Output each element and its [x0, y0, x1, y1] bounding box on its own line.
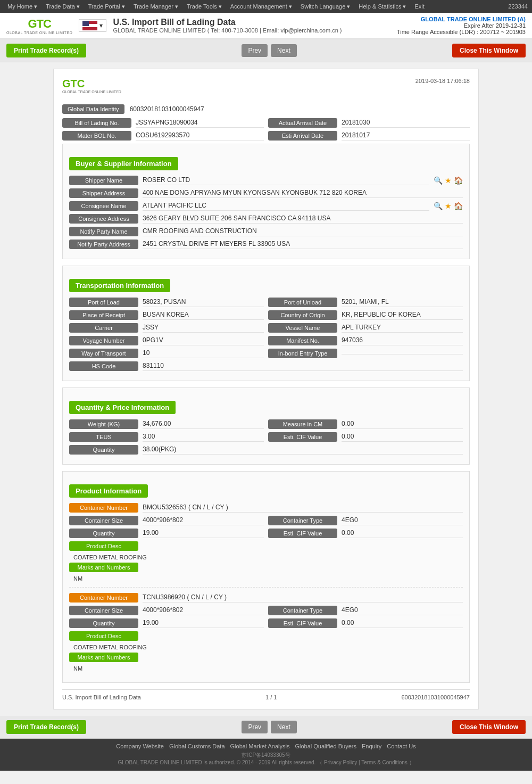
nav-trade-data[interactable]: Trade Data ▾	[43, 3, 83, 10]
bottom-close-button[interactable]: Close This Window	[452, 720, 526, 734]
footer-link-contact[interactable]: Contact Us	[387, 743, 415, 749]
bottom-toolbar-right: Close This Window	[452, 720, 526, 734]
carrier-value: JSSY	[143, 324, 264, 333]
shipper-address-value: 400 NAE DONG APRYANG MYUN KYONGSAN KYONG…	[143, 189, 463, 198]
transport-way-value: 10	[143, 349, 264, 358]
bottom-print-button[interactable]: Print Trade Record(s)	[6, 720, 86, 734]
country-origin-label: Country of Origin	[268, 310, 337, 320]
prev-button[interactable]: Prev	[242, 44, 268, 57]
footer-link-company[interactable]: Company Website	[116, 743, 164, 749]
shipper-address-label: Shipper Address	[69, 188, 138, 198]
weight-row: Weight (KG) 34,676.00 Measure in CM 0.00	[69, 419, 463, 429]
shipper-home-icon[interactable]: 🏠	[454, 176, 463, 185]
container-2-qty-row: Quantity 19.00 Esti. CIF Value 0.00	[69, 618, 463, 628]
teus-label: TEUS	[69, 432, 138, 442]
port-load-row: Port of Load 58023, PUSAN Port of Unload…	[69, 298, 463, 307]
bottom-toolbar-center: Prev Next	[242, 721, 296, 733]
consignee-star-icon[interactable]: ★	[445, 202, 452, 210]
bol-row: Bill of Lading No. JSSYAPNG18090034 Actu…	[62, 118, 470, 128]
container-1: Container Number BMOU5326563 ( CN / L / …	[69, 503, 463, 582]
place-receipt-row: Place of Receipt BUSAN KOREA Country of …	[69, 310, 463, 320]
notify-party-name-row: Notify Party Name CMR ROOFING AND CONSTR…	[69, 227, 463, 236]
consignee-address-row: Consignee Address 3626 GEARY BLVD SUITE …	[69, 214, 463, 224]
container-2-esti-label: Esti. CIF Value	[268, 618, 337, 628]
footer-link-enquiry[interactable]: Enquiry	[362, 743, 381, 749]
doc-footer: U.S. Import Bill of Lading Data 1 / 1 60…	[62, 689, 470, 700]
container-2-type-value: 4EG0	[342, 606, 463, 615]
doc-logo: GTC	[62, 78, 121, 90]
next-button[interactable]: Next	[271, 44, 297, 57]
container-1-number-row: Container Number BMOU5326563 ( CN / L / …	[69, 503, 463, 513]
header-title-section: U.S. Import Bill of Lading Data GLOBAL T…	[113, 18, 342, 34]
flag-selector[interactable]: ▾	[79, 19, 106, 32]
bottom-next-button[interactable]: Next	[271, 721, 297, 733]
place-receipt-label: Place of Receipt	[69, 310, 138, 320]
container-2-number-label: Container Number	[69, 593, 138, 603]
footer-link-buyers[interactable]: Global Qualified Buyers	[295, 743, 356, 749]
container-1-type-label: Container Type	[268, 516, 337, 525]
nav-trade-portal[interactable]: Trade Portal ▾	[85, 3, 128, 10]
port-unload-label: Port of Unload	[268, 298, 337, 307]
consignee-icons: 🔍 ★ 🏠	[434, 202, 463, 210]
buyer-supplier-section: Buyer & Supplier Information Shipper Nam…	[62, 144, 470, 259]
container-1-marks-row: Marks and Numbers	[69, 563, 463, 572]
nav-exit[interactable]: Exit	[411, 3, 427, 10]
inbond-label: In-bond Entry Type	[268, 349, 337, 358]
copyright: GLOBAL TRADE ONLINE LIMITED is authorize…	[0, 759, 532, 766]
nav-help-statistics[interactable]: Help & Statistics ▾	[355, 3, 409, 10]
footer-link-market[interactable]: Global Market Analysis	[230, 743, 290, 749]
container-2-desc-row: Product Desc	[69, 631, 463, 641]
carrier-row: Carrier JSSY Vessel Name APL TURKEY	[69, 323, 463, 333]
container-1-type-value: 4EG0	[342, 516, 463, 525]
doc-footer-center: 1 / 1	[265, 694, 277, 700]
nav-switch-language[interactable]: Switch Language ▾	[297, 3, 353, 10]
actual-arrival-value: 20181030	[342, 119, 470, 128]
expire-date: Expire After 2019-12-31	[397, 22, 526, 29]
transport-way-row: Way of Transport 10 In-bond Entry Type	[69, 349, 463, 358]
notify-party-name-label: Notify Party Name	[69, 227, 138, 236]
manifest-value: 947036	[342, 336, 463, 345]
shipper-search-icon[interactable]: 🔍	[434, 176, 443, 185]
shipper-star-icon[interactable]: ★	[445, 176, 452, 185]
container-2-marks-row: Marks and Numbers	[69, 653, 463, 662]
inbond-value	[342, 353, 463, 354]
container-2-number-value: TCNU3986920 ( CN / L / CY )	[143, 593, 463, 603]
doc-footer-right: 600320181031000045947	[402, 694, 470, 700]
actual-arrival-label: Actual Arrival Date	[268, 118, 337, 128]
manifest-label: Manifest No.	[268, 336, 337, 345]
container-2-desc-label: Product Desc	[69, 631, 138, 641]
company-name: GLOBAL TRADE ONLINE LIMITED (A)	[397, 16, 526, 22]
nav-my-home[interactable]: My Home ▾	[4, 3, 40, 10]
bottom-prev-button[interactable]: Prev	[242, 721, 268, 733]
close-button[interactable]: Close This Window	[452, 44, 526, 57]
container-2-qty-label: Quantity	[69, 618, 138, 628]
print-button[interactable]: Print Trade Record(s)	[6, 44, 86, 57]
esti-arrival-label: Esti Arrival Date	[268, 131, 337, 141]
container-2-size-value: 4000*906*802	[143, 606, 264, 615]
time-range: Time Range Accessible (LDR) : 200712 ~ 2…	[397, 29, 526, 35]
nav-trade-tools[interactable]: Trade Tools ▾	[184, 3, 225, 10]
nav-trade-manager[interactable]: Trade Manager ▾	[130, 3, 181, 10]
container-1-number-value: BMOU5326563 ( CN / L / CY )	[143, 504, 463, 513]
nav-account-management[interactable]: Account Management ▾	[227, 3, 295, 10]
quantity-price-section: Quantity & Price Information Weight (KG)…	[62, 387, 470, 465]
toolbar-left: Print Trade Record(s)	[6, 44, 86, 57]
footer-link-customs[interactable]: Global Customs Data	[169, 743, 225, 749]
esti-arrival-value: 20181017	[342, 131, 470, 141]
quantity-label: Quantity	[69, 445, 138, 455]
site-footer: Company Website Global Customs Data Glob…	[0, 739, 532, 771]
consignee-address-label: Consignee Address	[69, 214, 138, 224]
container-separator	[69, 587, 463, 588]
consignee-search-icon[interactable]: 🔍	[434, 202, 443, 210]
measure-cm-label: Measure in CM	[268, 419, 337, 429]
shipper-icons: 🔍 ★ 🏠	[434, 176, 463, 185]
container-1-desc-value: COATED METAL ROOFING	[73, 554, 463, 560]
teus-row: TEUS 3.00 Esti. CIF Value 0.00	[69, 432, 463, 442]
container-1-qty-value: 19.00	[143, 529, 264, 538]
shipper-name-row: Shipper Name ROSER CO LTD 🔍 ★ 🏠	[69, 176, 463, 185]
consignee-home-icon[interactable]: 🏠	[454, 202, 463, 210]
transport-way-label: Way of Transport	[69, 349, 138, 358]
container-2-size-label: Container Size	[69, 606, 138, 615]
weight-label: Weight (KG)	[69, 419, 138, 429]
hs-code-row: HS Code 831110	[69, 361, 463, 371]
